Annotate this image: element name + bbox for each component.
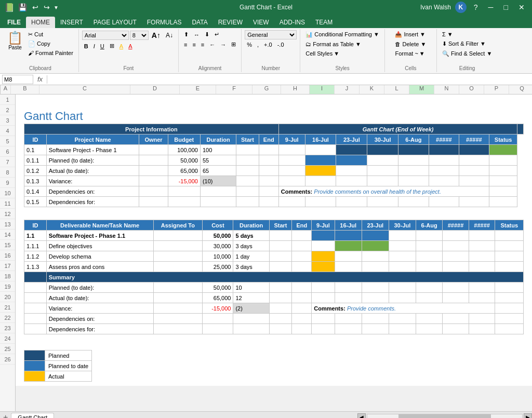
merge-btn[interactable]: ⊞ bbox=[229, 40, 238, 49]
align-left-btn[interactable]: ≡ bbox=[182, 41, 189, 49]
col-a: A bbox=[1, 85, 11, 94]
copy-btn[interactable]: 📄 Copy bbox=[26, 39, 75, 48]
g013-3 bbox=[336, 176, 367, 186]
find-btn[interactable]: 🔍 Find & Select ▼ bbox=[440, 49, 494, 58]
formula-input[interactable] bbox=[49, 75, 530, 84]
quick-redo-btn[interactable]: ↪ bbox=[42, 3, 51, 12]
qa-dropdown[interactable]: ▼ bbox=[54, 5, 59, 10]
italic-btn[interactable]: I bbox=[91, 42, 97, 50]
indent-dec-btn[interactable]: ← bbox=[207, 41, 217, 49]
number-format-select[interactable]: General bbox=[245, 30, 297, 39]
scroll-right-btn[interactable]: ▶ bbox=[524, 413, 532, 419]
insert-cells-btn[interactable]: 📥 Insert ▼ bbox=[393, 30, 428, 39]
dec-inc-btn[interactable]: +.0 bbox=[262, 41, 274, 49]
start-013 bbox=[236, 176, 259, 186]
delete-cells-btn[interactable]: 🗑 Delete ▼ bbox=[393, 40, 428, 48]
user-badge[interactable]: K bbox=[455, 2, 467, 13]
dec-dec-btn[interactable]: -.0 bbox=[275, 41, 286, 49]
format-as-table-btn[interactable]: 🗂 Format as Table ▼ bbox=[303, 40, 363, 48]
sum-g4-5 bbox=[416, 314, 442, 324]
g112-4 bbox=[389, 251, 416, 262]
align-right-btn[interactable]: ≡ bbox=[199, 41, 206, 49]
font-face-select[interactable]: Arial bbox=[82, 31, 129, 40]
font-shrink-btn[interactable]: A↓ bbox=[164, 31, 175, 40]
format-cells-label: Format ~ bbox=[395, 50, 418, 57]
comma-btn[interactable]: , bbox=[255, 41, 261, 49]
sum-g4-6 bbox=[443, 314, 469, 324]
percent-btn[interactable]: % bbox=[245, 41, 254, 49]
align-middle-btn[interactable]: ↔ bbox=[192, 31, 202, 39]
g01-6 bbox=[429, 145, 459, 155]
g112-1 bbox=[312, 251, 335, 262]
quick-undo-btn[interactable]: ↩ bbox=[31, 3, 40, 12]
align-bottom-btn[interactable]: ⬇ bbox=[203, 30, 211, 39]
start-113 bbox=[269, 262, 292, 272]
format-painter-btn[interactable]: 🖌 Format Painter bbox=[26, 49, 75, 57]
font-grow-btn[interactable]: A↑ bbox=[150, 30, 163, 41]
bold-btn[interactable]: B bbox=[82, 42, 90, 50]
paste-btn[interactable]: 📋 Paste bbox=[5, 30, 25, 52]
tab-review[interactable]: REVIEW bbox=[213, 17, 248, 28]
minimize-btn[interactable]: ─ bbox=[485, 2, 497, 12]
task-start-header: Start bbox=[269, 220, 292, 231]
underline-btn[interactable]: U bbox=[98, 42, 107, 50]
tab-insert[interactable]: INSERT bbox=[55, 17, 88, 28]
h-scrollbar-thumb[interactable] bbox=[398, 414, 491, 419]
g113-1 bbox=[312, 262, 335, 272]
tab-file[interactable]: FILE bbox=[2, 17, 26, 28]
tab-view[interactable]: VIEW bbox=[248, 17, 274, 28]
tab-home[interactable]: HOME bbox=[26, 17, 55, 28]
status-112 bbox=[495, 251, 524, 262]
tab-team[interactable]: TEAM bbox=[310, 17, 338, 28]
conditional-formatting-btn[interactable]: 📊 Conditional Formatting ▼ bbox=[303, 30, 381, 39]
summary-id bbox=[24, 272, 47, 282]
sum-dur-5 bbox=[233, 324, 269, 334]
row-num-16: 16 bbox=[0, 250, 15, 261]
row-num-26: 26 bbox=[0, 354, 15, 365]
row-num-18: 18 bbox=[0, 271, 15, 281]
format-cells-btn[interactable]: Format ~ ▼ bbox=[393, 49, 427, 58]
col-e: E bbox=[180, 85, 216, 94]
add-sheet-btn[interactable]: + bbox=[0, 413, 11, 419]
g011-1 bbox=[278, 155, 305, 166]
sheet-tab-gantt[interactable]: Gantt Chart bbox=[11, 413, 54, 418]
fill-btn[interactable]: ⬇ Sort & Filter ▼ bbox=[440, 39, 488, 48]
sum-g1-2 bbox=[335, 282, 362, 293]
sum-status-3 bbox=[495, 303, 524, 314]
row-num-24: 24 bbox=[0, 333, 15, 344]
scroll-left-btn[interactable]: ◀ bbox=[357, 413, 366, 419]
row-num-14: 14 bbox=[0, 230, 15, 240]
start-011 bbox=[236, 155, 259, 166]
tab-formulas[interactable]: FORMULAS bbox=[142, 17, 187, 28]
tab-addins[interactable]: ADD-INS bbox=[274, 17, 310, 28]
align-top-btn[interactable]: ⬆ bbox=[182, 30, 191, 39]
close-btn[interactable]: ✕ bbox=[515, 2, 528, 12]
g013-2 bbox=[305, 176, 336, 186]
maximize-btn[interactable]: □ bbox=[501, 2, 511, 12]
wrap-text-btn[interactable]: ↵ bbox=[212, 30, 221, 39]
tab-page-layout[interactable]: PAGE LAYOUT bbox=[88, 17, 142, 28]
cut-btn[interactable]: ✂ Cut bbox=[26, 30, 75, 39]
sum-assigned-5 bbox=[153, 324, 203, 334]
table-row-colheaders: ID Project Name Owner Budget Duration St… bbox=[24, 134, 524, 145]
table-row-014: 0.1.4 Dependencies on: Comments: Provide… bbox=[24, 186, 524, 197]
status-012 bbox=[489, 166, 517, 176]
assigned-header: Assigned To bbox=[153, 220, 203, 231]
table-row-01: 0.1 Software Project - Phase 1 100,000 1… bbox=[24, 145, 524, 155]
border-btn[interactable]: ⊞ bbox=[108, 42, 116, 50]
row-num-17: 17 bbox=[0, 261, 15, 271]
help-btn[interactable]: ? bbox=[471, 2, 481, 12]
cell-styles-btn[interactable]: Cell Styles ▼ bbox=[303, 49, 341, 58]
name-113: Assess pros and cons bbox=[46, 262, 153, 272]
tab-data[interactable]: DATA bbox=[187, 17, 212, 28]
name-box[interactable] bbox=[2, 75, 33, 84]
row-num-19: 19 bbox=[0, 281, 15, 292]
font-size-select[interactable]: 81012 bbox=[130, 31, 149, 40]
fill-color-btn[interactable]: A bbox=[117, 42, 125, 50]
align-center-btn[interactable]: ≡ bbox=[190, 41, 197, 49]
indent-inc-btn[interactable]: → bbox=[218, 41, 228, 49]
start-012 bbox=[236, 166, 259, 176]
autosum-btn[interactable]: Σ ▼ bbox=[440, 30, 455, 38]
font-color-btn[interactable]: A bbox=[126, 42, 134, 50]
quick-save-btn[interactable]: 💾 bbox=[17, 3, 29, 12]
